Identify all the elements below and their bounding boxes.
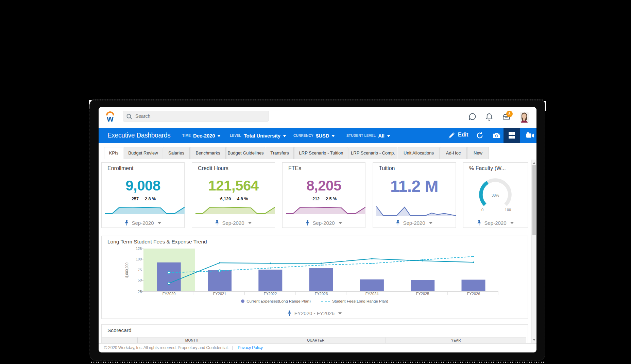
svg-text:38%: 38%	[492, 193, 499, 197]
svg-text:w: w	[106, 114, 114, 123]
